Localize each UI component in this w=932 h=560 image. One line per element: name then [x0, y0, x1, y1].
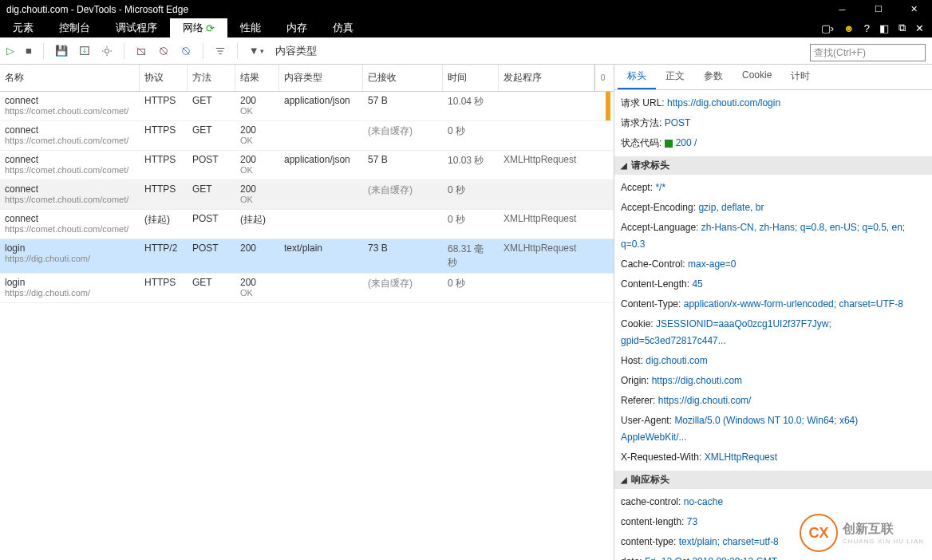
- header-row: Accept-Encoding: gzip, deflate, br: [621, 198, 926, 218]
- header-row: date: Fri, 12 Oct 2018 08:29:12 GMT: [621, 552, 926, 560]
- tab-调试程序[interactable]: 调试程序: [103, 18, 170, 37]
- triangle-down-icon: ◢: [621, 161, 627, 170]
- request-summary: 请求 URL: https://dig.chouti.com/login 请求方…: [614, 90, 932, 156]
- play-icon[interactable]: ▷: [6, 45, 14, 57]
- header-row: cache-control: no-cache: [621, 492, 926, 512]
- tab-内存[interactable]: 内存: [274, 18, 320, 37]
- watermark-logo: CX 创新互联 CHUANG XIN HU LIAN: [800, 514, 924, 552]
- table-row[interactable]: loginhttps://dig.chouti.com/HTTPSGET200O…: [0, 274, 614, 303]
- detail-tab-正文[interactable]: 正文: [656, 65, 694, 89]
- header-row: Cookie: JSESSIONID=aaaQo0zcg1UI2f37F7Jyw…: [621, 314, 926, 351]
- col-initiator[interactable]: 发起程序: [499, 65, 594, 91]
- header-row: Content-Type: application/x-www-form-url…: [621, 294, 926, 314]
- status-square-icon: [665, 140, 673, 148]
- request-headers-header[interactable]: ◢请求标头: [614, 156, 932, 175]
- col-received[interactable]: 已接收: [363, 65, 443, 91]
- header-row: Accept: */*: [621, 178, 926, 198]
- detail-tab-参数[interactable]: 参数: [694, 65, 733, 89]
- emoji-icon[interactable]: ☻: [843, 22, 855, 34]
- details-pane: 标头正文参数Cookie计时 请求 URL: https://dig.chout…: [614, 65, 932, 560]
- detail-tab-标头[interactable]: 标头: [618, 65, 656, 89]
- details-tabs: 标头正文参数Cookie计时: [614, 65, 932, 90]
- detail-tab-计时[interactable]: 计时: [781, 65, 819, 89]
- header-row: Cache-Control: max-age=0: [621, 254, 926, 274]
- header-row: Origin: https://dig.chouti.com: [621, 371, 926, 391]
- export-icon[interactable]: [79, 45, 90, 57]
- col-time[interactable]: 时间: [443, 65, 499, 91]
- clear-cookies-icon[interactable]: [158, 45, 169, 57]
- menubar-right: ▢› ☻ ? ◧ ⧉ ✕: [821, 22, 932, 34]
- table-row[interactable]: connecthttps://comet.chouti.com/comet/(挂…: [0, 210, 614, 239]
- header-row: Referer: https://dig.chouti.com/: [621, 391, 926, 411]
- table-row[interactable]: loginhttps://dig.chouti.com/HTTP/2POST20…: [0, 239, 614, 274]
- svg-rect-2: [137, 49, 144, 54]
- header-row: Accept-Language: zh-Hans-CN, zh-Hans; q=…: [621, 218, 926, 254]
- triangle-down-icon: ◢: [621, 475, 627, 484]
- stop-icon[interactable]: ■: [26, 45, 32, 57]
- filter-icon[interactable]: ▼▾: [249, 45, 264, 57]
- window-title: dig.chouti.com - DevTools - Microsoft Ed…: [6, 4, 188, 15]
- close-devtools-icon[interactable]: ✕: [915, 22, 924, 34]
- waterfall-tick: 0: [594, 65, 610, 91]
- search-input[interactable]: 查找(Ctrl+F): [810, 44, 926, 61]
- response-headers-header[interactable]: ◢响应标头: [614, 471, 932, 489]
- help-icon[interactable]: ?: [864, 22, 870, 34]
- header-row: X-Requested-With: XMLHttpRequest: [621, 448, 926, 467]
- settings-icon[interactable]: [101, 45, 113, 57]
- content-type-filter[interactable]: 内容类型: [275, 44, 317, 58]
- clear-session-icon[interactable]: [136, 45, 147, 57]
- network-table: 名称 协议 方法 结果 内容类型 已接收 时间 发起程序 0 connectht…: [0, 65, 614, 560]
- table-row[interactable]: connecthttps://comet.chouti.com/comet/HT…: [0, 92, 614, 121]
- tab-控制台[interactable]: 控制台: [46, 18, 103, 37]
- clear-cache-icon[interactable]: [180, 45, 192, 57]
- header-row: Content-Length: 45: [621, 274, 926, 294]
- detail-tab-Cookie[interactable]: Cookie: [733, 65, 781, 89]
- col-result[interactable]: 结果: [235, 65, 279, 91]
- tab-仿真[interactable]: 仿真: [320, 18, 366, 37]
- devtools-menubar: 元素控制台调试程序网络 ⟳性能内存仿真 ▢› ☻ ? ◧ ⧉ ✕: [0, 18, 932, 37]
- dock-icon[interactable]: ◧: [879, 22, 889, 34]
- logo-icon: CX: [800, 514, 838, 552]
- table-row[interactable]: connecthttps://comet.chouti.com/comet/HT…: [0, 151, 614, 180]
- maximize-button[interactable]: ☐: [860, 0, 896, 18]
- tab-性能[interactable]: 性能: [227, 18, 274, 37]
- table-header: 名称 协议 方法 结果 内容类型 已接收 时间 发起程序 0: [0, 65, 614, 92]
- header-row: User-Agent: Mozilla/5.0 (Windows NT 10.0…: [621, 411, 926, 448]
- svg-point-1: [105, 49, 109, 53]
- close-button[interactable]: ✕: [896, 0, 932, 18]
- save-icon[interactable]: 💾: [55, 45, 68, 57]
- col-name[interactable]: 名称: [0, 65, 140, 91]
- header-row: Host: dig.chouti.com: [621, 351, 926, 371]
- col-method[interactable]: 方法: [188, 65, 235, 91]
- tab-网络[interactable]: 网络 ⟳: [170, 18, 227, 37]
- col-content-type[interactable]: 内容类型: [279, 65, 363, 91]
- table-row[interactable]: connecthttps://comet.chouti.com/comet/HT…: [0, 121, 614, 151]
- table-row[interactable]: connecthttps://comet.chouti.com/comet/HT…: [0, 180, 614, 210]
- window-controls: ─ ☐ ✕: [824, 0, 932, 18]
- minimize-button[interactable]: ─: [824, 0, 860, 18]
- titlebar: dig.chouti.com - DevTools - Microsoft Ed…: [0, 0, 932, 18]
- filter-lines-icon[interactable]: [215, 45, 226, 57]
- network-toolbar: ▷ ■ 💾 ▼▾ 内容类型: [0, 37, 932, 65]
- col-protocol[interactable]: 协议: [140, 65, 188, 91]
- tab-元素[interactable]: 元素: [0, 18, 46, 37]
- console-drawer-icon[interactable]: ▢›: [821, 22, 834, 34]
- undock-icon[interactable]: ⧉: [898, 22, 906, 34]
